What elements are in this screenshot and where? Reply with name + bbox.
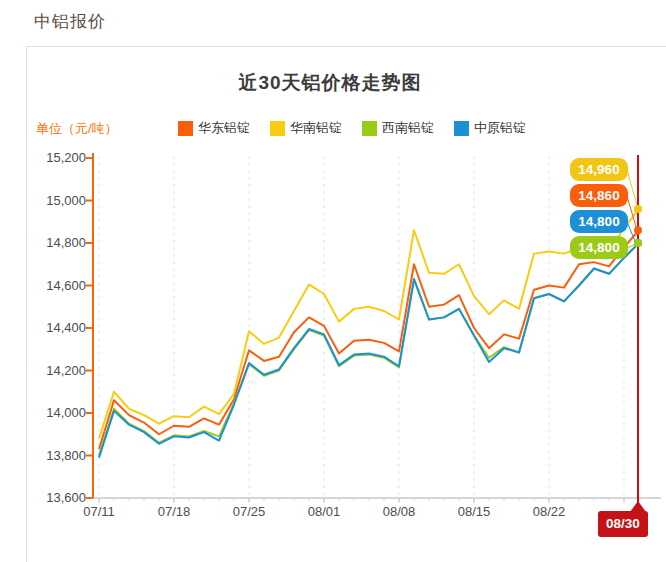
- x-axis-label: 07/18: [152, 504, 196, 519]
- x-axis-label: 08/22: [527, 504, 571, 519]
- series-line-西南铝锭: [99, 243, 639, 456]
- price-badge-zhongyuan: 14,800: [570, 210, 628, 233]
- last-date-badge: 08/30: [598, 511, 648, 537]
- y-axis-label: 14,200: [28, 363, 86, 378]
- end-point-dot-华东铝锭: [634, 226, 642, 234]
- price-badge-huanan: 14,960: [570, 158, 628, 181]
- chart-legend: 华东铝锭 华南铝锭 西南铝锭 中原铝锭: [178, 119, 526, 137]
- x-axis-label: 07/25: [227, 504, 271, 519]
- legend-label: 华南铝锭: [290, 119, 342, 137]
- end-point-dot-华南铝锭: [634, 205, 642, 213]
- series-line-华南铝锭: [99, 209, 639, 439]
- huanan-swatch-icon: [270, 121, 285, 136]
- zhongyuan-swatch-icon: [454, 121, 469, 136]
- y-axis-label: 15,200: [28, 150, 86, 165]
- x-axis-label: 08/15: [452, 504, 496, 519]
- legend-item-zhongyuan[interactable]: 中原铝锭: [454, 119, 526, 137]
- x-axis-label: 07/11: [77, 504, 121, 519]
- end-point-dot-西南铝锭: [634, 239, 642, 247]
- x-axis-label: 08/08: [377, 504, 421, 519]
- y-axis-label: 13,600: [28, 490, 86, 505]
- page: 中铝报价 近30天铝价格走势图 单位（元/吨） 华东铝锭 华南铝锭 西南铝锭 中…: [0, 0, 666, 562]
- legend-label: 中原铝锭: [474, 119, 526, 137]
- chart-title: 近30天铝价格走势图: [140, 70, 520, 96]
- legend-item-xinan[interactable]: 西南铝锭: [362, 119, 434, 137]
- y-axis-label: 14,400: [28, 320, 86, 335]
- y-axis-label: 14,600: [28, 278, 86, 293]
- y-axis-label: 14,000: [28, 405, 86, 420]
- x-axis-label: 08/01: [302, 504, 346, 519]
- unit-label: 单位（元/吨）: [36, 120, 118, 138]
- legend-item-huadong[interactable]: 华东铝锭: [178, 119, 250, 137]
- legend-label: 西南铝锭: [382, 119, 434, 137]
- price-badge-xinan: 14,800: [570, 236, 628, 259]
- y-axis-label: 14,800: [28, 235, 86, 250]
- y-axis-label: 15,000: [28, 193, 86, 208]
- legend-label: 华东铝锭: [198, 119, 250, 137]
- xinan-swatch-icon: [362, 121, 377, 136]
- huadong-swatch-icon: [178, 121, 193, 136]
- y-axis-label: 13,800: [28, 448, 86, 463]
- price-badge-huadong: 14,860: [570, 184, 628, 207]
- legend-item-huanan[interactable]: 华南铝锭: [270, 119, 342, 137]
